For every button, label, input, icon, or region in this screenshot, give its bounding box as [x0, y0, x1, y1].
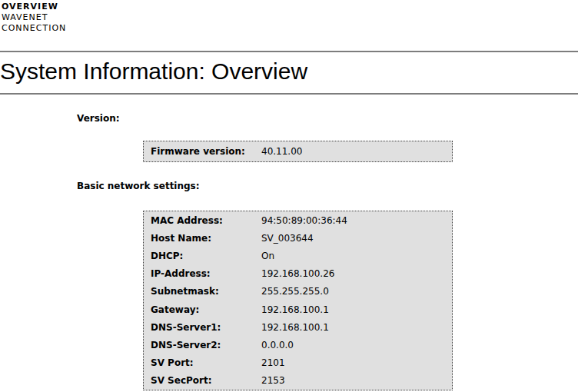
- table-row: Gateway: 192.168.100.1: [144, 301, 452, 318]
- row-value: 255.255.255.0: [261, 285, 329, 297]
- table-row: SV SecPort: 2153: [144, 372, 452, 390]
- row-value: 192.168.100.1: [261, 321, 329, 334]
- nav-link-overview[interactable]: OVERVIEW: [2, 2, 66, 12]
- row-value: 192.168.100.1: [261, 304, 329, 316]
- table-row: DNS-Server1: 192.168.100.1: [144, 318, 452, 336]
- row-label: SV Port:: [151, 357, 261, 369]
- row-value: 2153: [261, 374, 285, 387]
- row-label: DHCP:: [151, 250, 261, 262]
- table-row: Firmware version: 40.11.00: [144, 145, 452, 158]
- table-row: MAC Address: 94:50:89:00:36:44: [144, 211, 452, 229]
- section-heading-network: Basic network settings:: [77, 181, 200, 192]
- nav-link-connection[interactable]: CONNECTION: [2, 23, 66, 34]
- version-info-box: Firmware version: 40.11.00: [143, 141, 453, 162]
- table-row: DNS-Server2: 0.0.0.0: [144, 336, 452, 354]
- table-row: IP-Address: 192.168.100.26: [144, 265, 452, 283]
- table-row: DHCP: On: [144, 247, 452, 264]
- divider-above-title: [0, 51, 578, 52]
- row-value: 192.168.100.26: [261, 267, 334, 280]
- divider-below-title: [0, 93, 578, 95]
- row-label: Subnetmask:: [151, 285, 261, 297]
- row-label: DNS-Server1:: [151, 321, 261, 334]
- row-value: 0.0.0.0: [261, 339, 294, 351]
- row-label: MAC Address:: [151, 214, 261, 227]
- page-title: System Information: Overview: [0, 58, 307, 85]
- row-value: 2101: [261, 357, 285, 369]
- row-value: On: [261, 250, 274, 262]
- row-label: Gateway:: [151, 304, 261, 316]
- row-value: 40.11.00: [261, 145, 302, 158]
- nav-link-wavenet[interactable]: WAVENET: [2, 12, 66, 23]
- table-row: Subnetmask: 255.255.255.0: [144, 283, 452, 301]
- row-label: Firmware version:: [151, 145, 261, 158]
- row-value: SV_003644: [261, 232, 314, 244]
- row-label: DNS-Server2:: [151, 339, 261, 351]
- top-navigation: OVERVIEW WAVENET CONNECTION: [2, 2, 66, 34]
- row-value: 94:50:89:00:36:44: [261, 214, 347, 227]
- row-label: SV SecPort:: [151, 374, 261, 387]
- table-row: Host Name: SV_003644: [144, 229, 452, 247]
- row-label: IP-Address:: [151, 267, 261, 280]
- network-settings-box: MAC Address: 94:50:89:00:36:44 Host Name…: [143, 211, 453, 390]
- row-label: Host Name:: [151, 232, 261, 244]
- table-row: SV Port: 2101: [144, 354, 452, 372]
- section-heading-version: Version:: [77, 113, 120, 125]
